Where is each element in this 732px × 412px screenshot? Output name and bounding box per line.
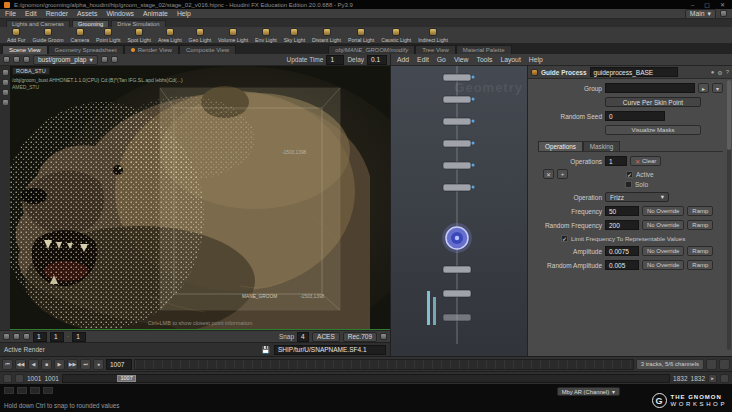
tool-point-light[interactable]: Point Light [93,28,124,43]
tool-add-fur[interactable]: Add Fur [4,28,28,43]
group-select-arrow-icon[interactable]: ▸ [698,83,709,93]
brush-tool-icon[interactable] [2,89,9,96]
tool-caustic-light[interactable]: Caustic Light [378,28,414,43]
display-options-icon[interactable] [111,56,118,63]
menu-edit[interactable]: Edit [25,10,37,17]
status-indicator[interactable] [43,387,53,394]
viewport-canvas[interactable]: ROBA_STU /obj/groom_bust AHHONET.1.1.0(C… [10,66,390,330]
params-scrollbar[interactable] [727,80,731,350]
random-amplitude-override-dropdown[interactable]: No Override [642,260,684,270]
tab-tree-view[interactable]: Tree View [415,45,456,54]
playbar-menu-icon[interactable] [719,359,730,370]
operation-dropdown[interactable]: Frizz ▾ [605,192,669,202]
tab-material-palette[interactable]: Material Palette [456,45,512,54]
pin-icon[interactable]: ● [711,69,715,75]
limit-frequency-checkbox[interactable]: ✓ [561,235,568,242]
random-seed-field[interactable]: 0 [605,111,665,121]
playback-end-field[interactable]: 1832 [673,375,687,382]
range-end-field[interactable]: 1832 [691,375,705,382]
tool-env-light[interactable]: Env Light [252,28,280,43]
prev-key-button[interactable]: ◀◀ [15,359,26,370]
go-start-button[interactable]: ⏮ [2,359,13,370]
tab-scene-view[interactable]: Scene View [2,45,48,54]
rotate-tool-icon[interactable] [23,56,30,63]
track-info-box[interactable]: 3 tracks, 5/6 channels [636,359,704,370]
group-field-1[interactable]: 1 [33,332,47,342]
step-back-button[interactable]: ◀ [28,359,39,370]
group-menu-chevron-icon[interactable]: ▾ [712,83,723,93]
next-key-button[interactable]: ▶▶ [67,359,78,370]
tool-portal-light[interactable]: Portal Light [345,28,377,43]
frame-slider-handle[interactable]: 1007 [117,375,135,382]
random-frequency-override-dropdown[interactable]: No Override [642,220,684,230]
tool-distant-light[interactable]: Distant Light [309,28,344,43]
playback-start-field[interactable]: 1001 [44,375,58,382]
select-mode-icon[interactable] [3,333,10,340]
play-button[interactable]: ▶ [54,359,65,370]
guide-mode-dropdown[interactable]: Curve Per Skin Point [605,97,701,107]
amplitude-field[interactable]: 0.0075 [605,246,639,256]
shading-icon[interactable] [101,56,108,63]
snapshot-path-field[interactable]: SHIP/tur/U/SNAPNAME.SF4.1 [274,345,386,355]
frame-slider-track[interactable]: 1007 [62,374,670,383]
cook-indicator[interactable] [30,387,40,394]
tool-spot-light[interactable]: Spot Light [125,28,154,43]
random-frequency-ramp-button[interactable]: Ramp [687,220,713,230]
range-arrow-icon[interactable]: ▸ [708,374,717,383]
help-icon[interactable]: ? [726,69,729,75]
record-button[interactable]: ● [93,359,104,370]
anim-options-icon[interactable] [706,359,717,370]
gamma-icon[interactable] [380,333,387,340]
solo-checkbox[interactable] [625,181,632,188]
menu-help[interactable]: Help [177,10,191,17]
tool-sky-light[interactable]: Sky Light [281,28,308,43]
channel-scope-dropdown[interactable]: Mby AR (Channel) ▾ [557,387,620,396]
net-menu-view[interactable]: View [454,56,469,63]
shelf-tab-lights-cameras[interactable]: Lights and Cameras [6,20,70,27]
net-menu-tools[interactable]: Tools [477,56,493,63]
timeline-audio-icon[interactable] [15,374,24,383]
frequency-field[interactable]: 50 [605,206,639,216]
network-editor[interactable]: Geometry [390,66,527,356]
playbar-strip[interactable] [134,359,634,370]
menu-assets[interactable]: Assets [77,10,97,17]
lut-display-combo[interactable]: Rec.709 [343,332,377,342]
tool-indirect-light[interactable]: Indirect Light [415,28,451,43]
current-frame-field[interactable]: 1007 [106,359,132,370]
visualize-masks-button[interactable]: Visualize Masks [605,125,701,135]
update-time-field[interactable]: 1 [326,55,344,65]
tab-composite-view[interactable]: Composite View [179,45,236,54]
minimize-button[interactable]: – [688,2,697,8]
delay-field[interactable]: 0.1 [367,55,387,65]
amplitude-override-dropdown[interactable]: No Override [642,246,684,256]
net-menu-layout[interactable]: Layout [500,56,520,63]
net-menu-edit[interactable]: Edit [417,56,429,63]
net-menu-help[interactable]: Help [529,56,543,63]
select-tool-icon[interactable] [3,56,10,63]
range-start-field[interactable]: 1001 [27,375,41,382]
tool-volume-light[interactable]: Volume Light [215,28,251,43]
active-checkbox[interactable]: ✓ [626,171,633,178]
camera-view-tab[interactable]: ROBA_STU [12,67,50,75]
timeline-options-icon[interactable] [3,374,12,383]
menu-windows[interactable]: Windows [106,10,134,17]
shelf-tab-drive-simulation[interactable]: Drive Simulation [111,20,165,27]
view-tool-icon[interactable] [2,69,9,76]
random-frequency-field[interactable]: 200 [605,220,639,230]
context-combo[interactable]: bust/groom_plap ▾ [33,55,98,65]
operations-clear-button[interactable]: ✕ Clear [630,156,661,166]
add-operation-icon[interactable]: + [557,169,568,179]
tool-geo-light[interactable]: Geo Light [186,28,215,43]
lut-aces-combo[interactable]: ACES [312,332,340,342]
handles-tool-icon[interactable] [2,79,9,86]
tool-guide-groom[interactable]: Guide Groom [29,28,66,43]
go-end-button[interactable]: ⏭ [80,359,91,370]
memory-indicator[interactable] [17,387,27,394]
frequency-override-dropdown[interactable]: No Override [642,206,684,216]
snap-tool-icon[interactable] [2,99,9,106]
menu-render[interactable]: Render [46,10,68,17]
tab-operations[interactable]: Operations [538,141,583,151]
group-field-3[interactable]: 1 [72,332,86,342]
tab-network-path[interactable]: obj/MANE_GROOM/modify [328,45,415,54]
prims-mode-icon[interactable] [23,333,30,340]
